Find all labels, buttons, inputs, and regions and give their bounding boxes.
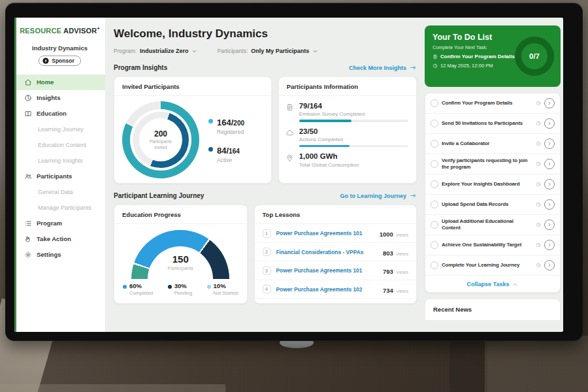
sidebar-item-insights[interactable]: Insights xyxy=(14,90,105,106)
sidebar-item-label: Learning Insights xyxy=(38,157,83,164)
sponsor-badge[interactable]: Sponsor xyxy=(39,56,80,66)
next-task-due: 12 May 2025, 12:00 PM xyxy=(440,63,493,69)
brand-primary: RESOURCE xyxy=(20,27,61,35)
sidebar-item-education[interactable]: Education xyxy=(14,106,105,122)
todo-item-label: Send 50 Invitations to Participants xyxy=(442,118,532,129)
clock-icon xyxy=(536,121,541,126)
arrow-right-icon xyxy=(410,192,417,199)
card-title: Participants Information xyxy=(279,77,416,96)
chevron-right-icon xyxy=(547,121,552,126)
background-light-band xyxy=(485,336,588,392)
content-area: Welcome, Industry Dynamics Program: Indu… xyxy=(106,18,563,332)
todo-open-button[interactable] xyxy=(544,159,555,169)
todo-open-button[interactable] xyxy=(544,260,555,270)
todo-checkbox[interactable] xyxy=(431,99,438,107)
todo-checkbox[interactable] xyxy=(431,120,438,127)
lesson-rank: 2 xyxy=(263,248,271,256)
lesson-title-link[interactable]: Power Purchase Agreements 101 xyxy=(276,267,378,274)
stat-row: 1,000 GWh Total Global Consumption xyxy=(286,152,408,170)
todo-open-button[interactable] xyxy=(544,240,555,250)
collapse-tasks-link[interactable]: Collapse Tasks xyxy=(425,276,560,292)
filter-label: Participants: xyxy=(217,48,248,54)
todo-item-label: Invite a Collaborator xyxy=(442,138,532,150)
education-progress-card: Education Progress 150 Participants 60% … xyxy=(114,204,248,304)
legend-value: 10% xyxy=(214,283,238,290)
lesson-title-link[interactable]: Power Purchase Agreements 101 xyxy=(276,230,374,237)
sidebar-item-settings[interactable]: Settings xyxy=(14,247,105,263)
legend-value: 164 xyxy=(217,118,231,127)
lesson-title-link[interactable]: Financial Considerations - VPPAs xyxy=(276,249,378,255)
todo-item-achieve-one-sustainability-target: Achieve One Sustainability Target xyxy=(425,235,560,255)
sidebar-item-home[interactable]: Home xyxy=(14,74,105,90)
todo-rows: Confirm Your Program Details Send 50 Inv… xyxy=(425,93,560,276)
todo-item-explore-your-insights-dashboard: Explore Your Insights Dashboard xyxy=(425,174,560,195)
card-title: Invited Participants xyxy=(114,77,271,96)
lesson-rank: 3 xyxy=(263,267,271,275)
sidebar-item-program[interactable]: Program xyxy=(14,216,105,231)
todo-checkbox[interactable] xyxy=(431,261,438,269)
todo-checkbox[interactable] xyxy=(431,221,438,229)
sidebar-item-participants[interactable]: Participants xyxy=(14,169,105,184)
todo-item-label: Upload Spend Data Records xyxy=(442,199,532,210)
chevron-down-icon xyxy=(191,48,197,54)
sidebar-item-label: Insights xyxy=(37,94,60,101)
filter-participants[interactable]: Participants: Only My Participants xyxy=(217,48,318,54)
todo-open-button[interactable] xyxy=(544,98,555,108)
todo-checkbox[interactable] xyxy=(431,180,438,188)
todo-open-button[interactable] xyxy=(544,199,555,210)
chevron-right-icon xyxy=(547,222,552,227)
check-more-insights-link[interactable]: Check More Insights xyxy=(349,64,417,71)
actions-icon xyxy=(286,129,294,137)
todo-summary-card: Your To Do List Complete Your Next Task:… xyxy=(425,25,561,87)
legend-dot xyxy=(207,285,211,289)
lesson-row-1: 1 Power Purchase Agreements 101 1000 vie… xyxy=(255,224,417,243)
take-action-icon xyxy=(24,235,32,243)
sidebar-item-label: General Data xyxy=(38,189,73,195)
lesson-title-link[interactable]: Power Purchase Agreements 102 xyxy=(276,286,378,293)
legend-dot xyxy=(168,285,172,289)
link-label: Check More Insights xyxy=(349,65,406,71)
education-icon xyxy=(24,110,32,118)
settings-icon xyxy=(24,251,32,259)
home-icon xyxy=(24,78,32,86)
chevron-right-icon xyxy=(547,263,552,268)
filter-value: Only My Participants xyxy=(251,48,309,54)
desk-edge xyxy=(0,384,225,392)
legend-total: 200 xyxy=(233,120,244,127)
legend-dot xyxy=(208,119,213,123)
todo-item-complete-your-learning-journey: Complete Your Learning Journey xyxy=(425,255,560,276)
lesson-rank: 5 xyxy=(263,304,271,304)
participants-information-card: Participants Information 79/164 Emission… xyxy=(278,76,417,184)
legend-total: 164 xyxy=(229,148,240,155)
todo-open-button[interactable] xyxy=(544,220,555,230)
sidebar-item-learning-insights[interactable]: Learning Insights xyxy=(14,153,105,169)
todo-item-confirm-your-program-details: Confirm Your Program Details xyxy=(425,93,560,114)
chevron-right-icon xyxy=(547,101,552,106)
todo-checkbox[interactable] xyxy=(431,160,438,168)
legend-label: Completed xyxy=(129,290,153,296)
sidebar-item-manage-participants[interactable]: Manage Participants xyxy=(14,200,105,216)
todo-checkbox[interactable] xyxy=(431,201,438,208)
lesson-views-count: 734 xyxy=(383,287,393,294)
todo-item-label: Achieve One Sustainability Target xyxy=(442,239,532,251)
sidebar-item-education-content[interactable]: Education Content xyxy=(14,137,105,153)
legend-label: Pending xyxy=(174,290,193,296)
todo-open-button[interactable] xyxy=(544,118,555,129)
filter-label: Program: xyxy=(114,48,137,54)
sidebar-item-label: Education xyxy=(37,110,67,117)
todo-open-button[interactable] xyxy=(544,179,555,189)
todo-checkbox[interactable] xyxy=(431,241,438,249)
todo-checkbox[interactable] xyxy=(431,140,438,148)
sidebar-item-general-data[interactable]: General Data xyxy=(14,184,105,200)
sidebar-item-take-action[interactable]: Take Action xyxy=(14,231,105,247)
dashboard-screen: RESOURCE ADVISOR+ Industry Dynamics Spon… xyxy=(14,18,563,332)
todo-item-label: Upload Additional Educational Content xyxy=(442,216,532,234)
gauge-center-value: 150 xyxy=(131,253,229,265)
app-logo: RESOURCE ADVISOR+ xyxy=(14,26,105,35)
go-to-learning-journey-link[interactable]: Go to Learning Journey xyxy=(340,192,417,199)
progress-bar xyxy=(299,120,408,122)
lesson-rank: 4 xyxy=(263,285,271,293)
filter-program[interactable]: Program: Industrialize Zero xyxy=(114,48,197,54)
todo-open-button[interactable] xyxy=(544,139,555,149)
sidebar-item-learning-journey[interactable]: Learning Journey xyxy=(14,122,105,137)
